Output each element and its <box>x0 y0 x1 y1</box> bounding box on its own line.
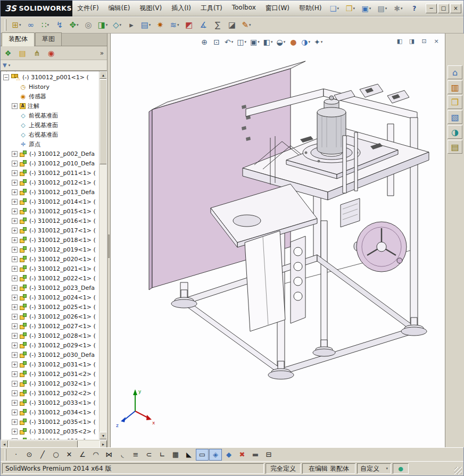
home-resources-icon[interactable]: ⌂ <box>448 65 462 79</box>
arc-icon[interactable]: ◠ <box>89 449 102 461</box>
edit-appearance-icon[interactable]: ● <box>287 36 299 48</box>
displaymanager-tab-icon[interactable]: ◉ <box>46 48 56 59</box>
mirror-entities-icon[interactable]: ⋈ <box>103 449 115 461</box>
tree-item-component[interactable]: + (-) 310012_p032<2> ( <box>1 388 99 398</box>
collapse-toggle-icon[interactable]: − <box>3 74 9 80</box>
overflow-chevron-icon[interactable]: » <box>100 49 105 57</box>
tree-item-component[interactable]: + (-) 310012_p035<1> ( <box>1 417 99 427</box>
configurationmanager-tab-icon[interactable]: ⋔ <box>31 48 42 59</box>
tree-item-component[interactable]: + (-) 310012_p021<1> ( <box>1 264 99 273</box>
tree-item-component[interactable]: + (-) 310012_p035<2> ( <box>1 427 99 436</box>
expand-toggle-icon[interactable]: + <box>12 199 18 205</box>
expand-toggle-icon[interactable]: + <box>12 410 18 415</box>
splitter-handle[interactable] <box>108 235 110 258</box>
reference-geometry-icon[interactable]: ◇ ▾ <box>110 18 124 32</box>
menu-item[interactable]: Toolbox <box>227 2 261 15</box>
line-icon[interactable]: ╱ <box>36 449 49 461</box>
expand-toggle-icon[interactable]: + <box>12 170 18 176</box>
expand-toggle-icon[interactable]: + <box>12 438 18 440</box>
appearances-scenes-icon[interactable]: ◑ <box>448 125 462 139</box>
tree-item-sensors[interactable]: ◉ 传感器 <box>1 91 99 101</box>
tree-item-component[interactable]: + (-) 310012_p026<1> ( <box>1 312 99 321</box>
wireframe-view-icon[interactable]: ▭ <box>196 449 209 461</box>
new-document-icon[interactable]: ❑ ▾ <box>327 2 342 15</box>
previous-view-icon[interactable]: ↶ ▾ <box>223 36 235 48</box>
pane-split-icon[interactable]: ◨ <box>407 36 417 46</box>
tree-item-annotations[interactable]: + A 注解 <box>1 101 99 111</box>
tree-item-top-plane[interactable]: ◇ 上视基准面 <box>1 120 99 130</box>
view-orientation-icon[interactable]: ▣ ▾ <box>248 36 261 48</box>
shaded-view-icon[interactable]: ◈ <box>209 449 222 461</box>
expand-toggle-icon[interactable]: + <box>12 314 18 320</box>
minimize-button[interactable]: ─ <box>426 4 437 13</box>
convert-entities-icon[interactable]: ⊂ <box>143 449 155 461</box>
tab-sketch[interactable]: 草图 <box>35 32 62 46</box>
scroll-down-icon[interactable]: ▾ <box>100 432 107 439</box>
new-motion-study-icon[interactable]: ▸ <box>125 18 138 32</box>
expand-toggle-icon[interactable]: + <box>12 352 18 358</box>
expand-toggle-icon[interactable]: + <box>12 304 18 310</box>
menu-item[interactable]: 文件(F) <box>72 2 103 15</box>
display-style-icon[interactable]: ◧ ▾ <box>262 36 275 48</box>
expand-toggle-icon[interactable]: + <box>12 429 18 435</box>
mate-icon[interactable]: ∞ <box>24 18 38 32</box>
large-assembly-mode-icon[interactable]: ◆ <box>222 449 235 461</box>
ellipse-icon[interactable]: ○ <box>49 449 62 461</box>
tree-item-history[interactable]: ◷ History <box>1 82 99 91</box>
point-icon[interactable]: · <box>10 449 22 461</box>
appearance-swatch-icon[interactable]: ▬ <box>249 449 262 461</box>
tree-item-component[interactable]: + (-) 310012_p018<1> ( <box>1 235 99 245</box>
rebuild-icon[interactable]: ✖ <box>236 449 248 461</box>
smart-fasteners-icon[interactable]: ↯ <box>53 18 67 32</box>
menu-item[interactable]: 帮助(H) <box>294 2 326 15</box>
tree-item-component[interactable]: + (-) 310012_p011<1> ( <box>1 168 99 178</box>
menu-item[interactable]: 工具(T) <box>196 2 227 15</box>
tree-item-component[interactable]: + (-) 310012_p027<1> ( <box>1 321 99 331</box>
tab-assembly[interactable]: 装配体 <box>2 32 35 46</box>
expand-toggle-icon[interactable]: + <box>12 333 18 339</box>
tree-item-component[interactable]: + (-) 310012_p013_Defa <box>1 187 99 197</box>
expand-toggle-icon[interactable]: + <box>12 103 18 109</box>
toolbar-grip[interactable] <box>5 19 6 31</box>
scroll-right-icon[interactable]: ▸ <box>100 440 107 448</box>
circle-icon[interactable]: ⊙ <box>23 449 36 461</box>
expand-toggle-icon[interactable]: + <box>12 256 18 262</box>
tree-item-component[interactable]: + (-) 310012_p016<1> ( <box>1 216 99 226</box>
resize-grip[interactable] <box>454 467 462 474</box>
tree-item-component[interactable]: + (-) 310012_p031<1> ( <box>1 360 99 369</box>
section-properties-icon[interactable]: ◪ <box>225 18 239 32</box>
tree-item-component[interactable]: + (-) 310012_p034<1> ( <box>1 407 99 417</box>
explode-line-sketch-icon[interactable]: ≋ ▾ <box>168 18 181 32</box>
pane-featuremanager-icon[interactable]: ◧ <box>394 36 405 46</box>
hide-show-items-icon[interactable]: ◒ ▾ <box>275 36 287 48</box>
tree-item-origin[interactable]: ✛ 原点 <box>1 139 99 149</box>
close-button[interactable]: × <box>450 4 461 13</box>
tree-item-component[interactable]: + (-) 310012_p031<2> ( <box>1 369 99 379</box>
expand-toggle-icon[interactable]: + <box>12 400 18 406</box>
tree-item-root-assembly[interactable]: − ⚠ (-) 310012_p001<1> ( <box>1 72 99 82</box>
section-view-icon[interactable]: ◫ ▾ <box>235 36 248 48</box>
tree-item-component[interactable]: + (-) 310012_p029<1> ( <box>1 340 99 350</box>
fillet-icon[interactable]: ◟ <box>116 449 129 461</box>
tree-item-component[interactable]: + (-) 310012_p028<1> ( <box>1 331 99 340</box>
grid-icon[interactable]: ▦ <box>169 449 182 461</box>
view-palette-icon[interactable]: ▧ <box>448 110 462 124</box>
expand-toggle-icon[interactable]: + <box>12 323 18 329</box>
show-hidden-components-icon[interactable]: ◎ <box>81 18 95 32</box>
tree-item-component[interactable]: + (-) 310012_p015<1> ( <box>1 206 99 216</box>
propertymanager-tab-icon[interactable]: ▤ <box>17 48 28 59</box>
expand-toggle-icon[interactable]: + <box>12 228 18 233</box>
tree-horizontal-scrollbar[interactable]: ◂ ▸ <box>1 440 107 447</box>
open-document-icon[interactable]: ❒ ▾ <box>343 2 358 15</box>
insert-component-icon[interactable]: ⊞ ▾ <box>10 18 23 32</box>
expand-toggle-icon[interactable]: + <box>12 180 18 186</box>
tree-item-component[interactable]: + (-) 310012_p020<1> ( <box>1 254 99 264</box>
exploded-view-icon[interactable]: ✷ <box>153 18 167 32</box>
angle-dimension-icon[interactable]: ∠ <box>76 449 89 461</box>
tree-filter-bar[interactable]: ▼ ▾ <box>1 60 107 71</box>
expand-toggle-icon[interactable]: + <box>12 247 18 253</box>
tree-item-component[interactable]: + (-) 310012_p010_Defa <box>1 158 99 168</box>
zoom-fit-icon[interactable]: ⊕ <box>198 36 210 48</box>
tree-item-component[interactable]: + (-) 310012_p012<1> ( <box>1 178 99 187</box>
offset-entities-icon[interactable]: ≡ <box>129 449 142 461</box>
